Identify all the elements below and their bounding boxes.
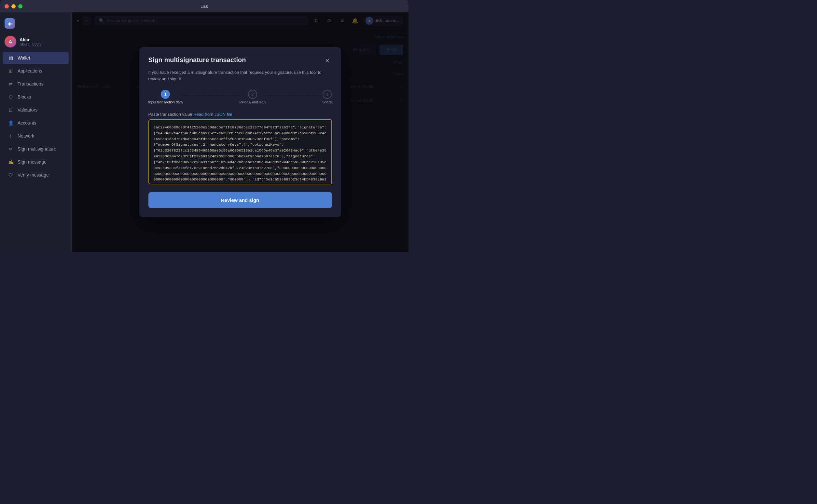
sidebar-item-verify-message[interactable]: 🛡 Verify message [3,169,69,181]
sign-multisig-icon: ✏ [8,146,14,152]
sidebar-item-label: Network [18,133,34,139]
modal-overlay: Sign multisignature transaction ✕ If you… [72,12,408,252]
sidebar-item-accounts[interactable]: 👤 Accounts [3,117,69,129]
sidebar: ◈ A Alice lskxsd...633t9 ▤ Wallet ⊞ Appl… [0,12,72,252]
accounts-icon: 👤 [8,120,14,126]
modal-description: If you have received a multisignature tr… [148,69,332,82]
sidebar-item-applications[interactable]: ⊞ Applications [3,65,69,77]
sidebar-item-label: Blocks [18,94,31,99]
sidebar-item-label: Applications [18,68,42,73]
main-content: ▾ ‹ 🔍 Search within the network... ⧉ ⚙ ≡… [72,12,408,252]
sidebar-item-validators[interactable]: ⊡ Validators [3,104,69,116]
sidebar-item-wallet[interactable]: ▤ Wallet [3,52,69,64]
step-3: 3 Share [322,90,332,104]
verify-message-icon: 🛡 [8,172,14,178]
sidebar-item-label: Sign multisignature [18,146,56,152]
sidebar-item-label: Transactions [18,81,44,86]
sidebar-item-network[interactable]: ⊹ Network [3,130,69,142]
sidebar-item-sign-message[interactable]: ✍ Sign message [3,156,69,168]
review-sign-button[interactable]: Review and sign [148,192,332,208]
app-title: Lisk [200,4,208,9]
sign-message-icon: ✍ [8,159,14,165]
sidebar-item-blocks[interactable]: ⬡ Blocks [3,91,69,103]
sidebar-item-label: Verify message [18,172,49,178]
app-container: ◈ A Alice lskxsd...633t9 ▤ Wallet ⊞ Appl… [0,12,408,252]
step-2-circle: 2 [248,90,257,99]
sidebar-item-label: Accounts [18,120,36,126]
maximize-button[interactable] [18,4,22,8]
sign-multisig-modal: Sign multisignature transaction ✕ If you… [139,47,341,217]
validators-icon: ⊡ [8,107,14,113]
window-controls [5,4,22,8]
transaction-input[interactable] [148,119,332,184]
network-icon: ⊹ [8,133,14,139]
avatar: A [5,36,16,47]
wallet-icon: ▤ [8,55,14,61]
blocks-icon: ⬡ [8,94,14,100]
step-3-label: Share [322,100,332,104]
sidebar-logo-area: ◈ [0,16,71,34]
sidebar-item-transactions[interactable]: ⇄ Transactions [3,78,69,90]
step-1-label: Input transaction data [148,100,183,104]
transactions-icon: ⇄ [8,81,14,87]
step-1-circle: 1 [161,90,170,99]
step-line-2 [266,94,322,94]
applications-icon: ⊞ [8,68,14,74]
sidebar-item-sign-multisig[interactable]: ✏ Sign multisignature [3,143,69,155]
account-id: lskxsd...633t9 [20,42,41,46]
step-2-label: Review and sign [239,100,266,104]
read-json-link[interactable]: Read from JSON file [193,112,232,117]
modal-header: Sign multisignature transaction ✕ [148,56,332,65]
titlebar: Lisk [0,0,408,12]
step-2: 2 Review and sign [239,90,266,104]
modal-close-button[interactable]: ✕ [323,56,332,65]
paste-label: Paste transaction value Read from JSON f… [148,112,332,117]
minimize-button[interactable] [11,4,16,8]
stepper: 1 Input transaction data 2 Review and si… [148,90,332,104]
sidebar-item-label: Wallet [18,55,30,60]
app-logo-icon: ◈ [5,18,15,29]
account-name: Alice [20,37,41,42]
step-line-1 [182,94,239,94]
step-1: 1 Input transaction data [148,90,183,104]
modal-title: Sign multisignature transaction [148,56,246,64]
step-3-circle: 3 [323,90,332,99]
close-button[interactable] [5,4,9,8]
sidebar-item-label: Validators [18,107,37,113]
sidebar-account[interactable]: A Alice lskxsd...633t9 [0,34,71,51]
sidebar-item-label: Sign message [18,159,47,165]
